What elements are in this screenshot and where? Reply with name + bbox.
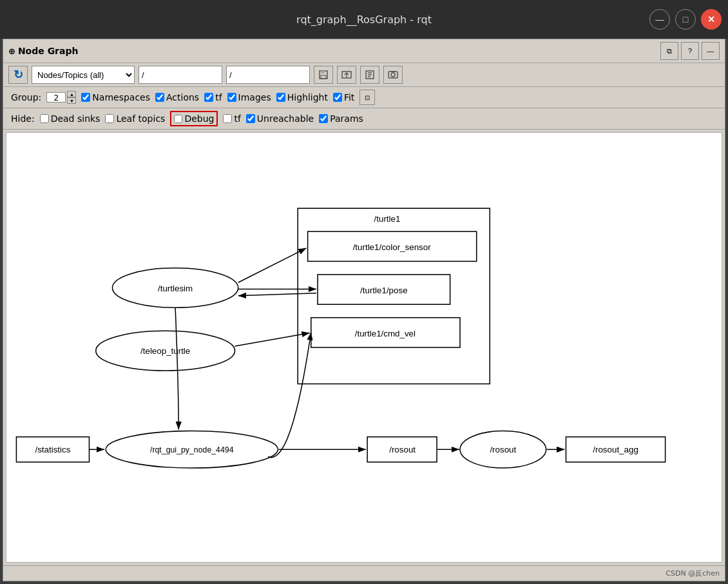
plugin-icon: ⊕: [8, 46, 15, 56]
highlight-label: Highlight: [287, 92, 328, 102]
graph-svg: /turtle1 /turtle1/color_sensor /turtle1/…: [6, 133, 722, 562]
hide-label: Hide:: [11, 113, 35, 124]
tf-label-row1: tf: [215, 92, 222, 102]
filter1-input[interactable]: [139, 66, 222, 84]
actions-label: Actions: [166, 92, 199, 102]
main-window: ⊕ Node Graph ⧉ ? — ↻ Nodes/Topics (all) …: [3, 39, 725, 581]
undock-button[interactable]: ⧉: [660, 42, 678, 60]
tf-label-row2: tf: [234, 113, 240, 124]
turtle1-group-label: /turtle1: [374, 214, 401, 224]
turtle1-pose-label: /turtle1/pose: [360, 286, 408, 295]
panel-header-left: ⊕ Node Graph: [8, 46, 78, 56]
leaf-topics-checkbox-item[interactable]: Leaf topics: [105, 113, 165, 124]
edge-turtlesim-color-sensor: [238, 248, 307, 282]
help-button[interactable]: ?: [681, 42, 699, 60]
tf-checkbox-item-row2[interactable]: tf: [223, 113, 240, 124]
params-label: Params: [330, 113, 363, 124]
filter2-input[interactable]: [226, 66, 310, 84]
dead-sinks-label: Dead sinks: [51, 113, 101, 124]
turtlesim-label: /turtlesim: [158, 284, 193, 293]
leaf-topics-label: Leaf topics: [116, 113, 165, 124]
attribution: CSDN @反chen: [666, 569, 720, 578]
rqt-gui-py-node-label: /rqt_gui_py_node_4494: [150, 445, 234, 454]
title-bar: rqt_graph__RosGraph - rqt — □ ✕: [0, 0, 728, 39]
group-up-arrow[interactable]: ▲: [67, 91, 76, 97]
close-button[interactable]: ✕: [701, 9, 722, 30]
svg-rect-1: [321, 71, 325, 73]
unreachable-checkbox-item[interactable]: Unreachable: [246, 113, 314, 124]
refresh-button[interactable]: ↻: [8, 66, 28, 84]
namespaces-checkbox[interactable]: [81, 93, 90, 102]
panel-title: Node Graph: [18, 46, 79, 56]
actions-checkbox[interactable]: [155, 93, 164, 102]
params-checkbox-item[interactable]: Params: [319, 113, 363, 124]
namespaces-label: Namespaces: [92, 92, 150, 102]
screenshot-button[interactable]: [383, 66, 403, 84]
toolbar: ↻ Nodes/Topics (all) Nodes only Nodes/To…: [3, 63, 725, 87]
turtle1-cmd-vel-label: /turtle1/cmd_vel: [355, 329, 416, 338]
config-button[interactable]: [360, 66, 379, 84]
highlight-checkbox[interactable]: [276, 93, 285, 102]
fit-checkbox[interactable]: [333, 93, 342, 102]
dead-sinks-checkbox[interactable]: [40, 114, 49, 123]
group-spinner[interactable]: 2 ▲ ▼: [46, 91, 76, 104]
group-value[interactable]: 2: [46, 92, 66, 102]
rosout-agg-label: /rosout_agg: [593, 445, 638, 454]
rosout-node-label: /rosout: [490, 445, 516, 454]
tf-checkbox-item-row1[interactable]: tf: [204, 92, 222, 102]
fit-icon-button[interactable]: ⊡: [359, 90, 375, 105]
debug-label: Debug: [184, 113, 214, 124]
unreachable-label: Unreachable: [257, 113, 314, 124]
svg-rect-11: [391, 71, 395, 72]
debug-checkbox-item[interactable]: Debug: [170, 111, 218, 126]
tf-checkbox-row1[interactable]: [204, 93, 213, 102]
options-row1: Group: 2 ▲ ▼ Namespaces Actions tf Image…: [3, 87, 725, 108]
graph-area[interactable]: /turtle1 /turtle1/color_sensor /turtle1/…: [6, 132, 722, 563]
namespaces-checkbox-item[interactable]: Namespaces: [81, 92, 150, 102]
turtle1-color-sensor-label: /turtle1/color_sensor: [353, 242, 432, 252]
debug-checkbox[interactable]: [174, 115, 182, 123]
statistics-label: /statistics: [35, 445, 70, 454]
window-controls: — □ ✕: [649, 9, 722, 30]
panel-close-button[interactable]: —: [702, 42, 720, 60]
fit-checkbox-item[interactable]: Fit: [333, 92, 354, 102]
actions-checkbox-item[interactable]: Actions: [155, 92, 199, 102]
images-label: Images: [238, 92, 271, 102]
window-title: rqt_graph__RosGraph - rqt: [296, 14, 432, 26]
params-checkbox[interactable]: [319, 114, 328, 123]
group-arrows: ▲ ▼: [67, 91, 76, 104]
highlight-checkbox-item[interactable]: Highlight: [276, 92, 328, 102]
images-checkbox-item[interactable]: Images: [227, 92, 271, 102]
view-mode-dropdown[interactable]: Nodes/Topics (all) Nodes only Nodes/Topi…: [32, 66, 135, 84]
load-button[interactable]: [337, 66, 356, 84]
teleop-turtle-label: /teleop_turtle: [140, 346, 190, 356]
fit-label: Fit: [344, 92, 354, 102]
panel-header-right: ⧉ ? —: [660, 42, 720, 60]
leaf-topics-checkbox[interactable]: [105, 114, 114, 123]
tf-checkbox-row2[interactable]: [223, 114, 232, 123]
panel-header: ⊕ Node Graph ⧉ ? —: [3, 39, 725, 63]
images-checkbox[interactable]: [227, 93, 236, 102]
maximize-button[interactable]: □: [675, 9, 696, 30]
save-button[interactable]: [314, 66, 333, 84]
minimize-button[interactable]: —: [649, 9, 670, 30]
unreachable-checkbox[interactable]: [246, 114, 255, 123]
svg-point-10: [391, 73, 395, 77]
status-bar: CSDN @反chen: [3, 565, 725, 581]
options-row2: Hide: Dead sinks Leaf topics Debug tf Un…: [3, 108, 725, 130]
dead-sinks-checkbox-item[interactable]: Dead sinks: [40, 113, 101, 124]
group-label: Group:: [11, 92, 41, 102]
rosout-topic-label: /rosout: [389, 445, 416, 454]
group-down-arrow[interactable]: ▼: [67, 97, 76, 104]
